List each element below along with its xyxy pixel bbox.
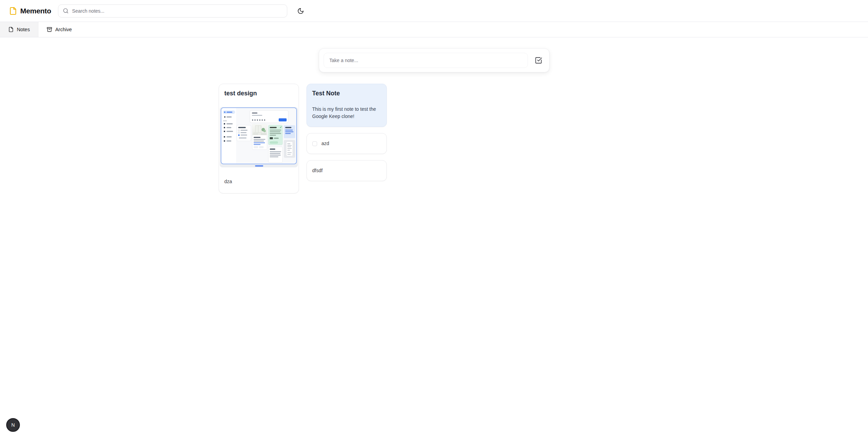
tab-archive[interactable]: Archive (38, 22, 80, 37)
note-body: dza (219, 167, 299, 193)
note-card-azd[interactable]: azd (306, 133, 387, 154)
search-bar[interactable] (58, 4, 287, 17)
tab-notes[interactable]: Notes (0, 22, 38, 37)
notes-main: test design (0, 48, 868, 193)
app-title: Memento (20, 7, 51, 15)
note-image-thumbnail (220, 107, 298, 167)
checkbox-unchecked[interactable] (312, 141, 317, 146)
app-logo: Memento (9, 7, 51, 15)
check-square-icon (535, 57, 542, 64)
search-icon (63, 8, 69, 14)
notes-column-1: test design (219, 84, 299, 193)
checklist-item: azd (312, 140, 329, 147)
note-composer[interactable] (319, 48, 549, 72)
app-header: Memento (0, 0, 868, 22)
note-file-logo-icon (9, 7, 17, 15)
notes-column-2: Test Note This is my first note to test … (306, 84, 387, 181)
tab-archive-label: Archive (55, 27, 72, 32)
theme-toggle-button[interactable] (294, 5, 307, 17)
note-title: test design (219, 84, 299, 97)
note-card-dfsdf[interactable]: dfsdf (306, 160, 387, 181)
note-title: Test Note (312, 89, 381, 97)
file-icon (8, 27, 14, 32)
note-body: dfsdf (312, 167, 323, 174)
user-avatar[interactable]: N (6, 418, 20, 432)
note-body: This is my first note to test the Google… (312, 106, 381, 120)
search-input[interactable] (72, 8, 282, 14)
archive-icon (47, 27, 52, 32)
memento-app: Memento Notes Archive (0, 0, 868, 193)
note-card-test-note[interactable]: Test Note This is my first note to test … (306, 84, 387, 127)
new-checklist-button[interactable] (532, 54, 545, 67)
checklist-item-label: azd (322, 140, 329, 147)
take-note-input[interactable] (324, 53, 528, 68)
notes-grid: test design (219, 84, 650, 193)
tab-notes-label: Notes (17, 27, 30, 32)
moon-icon (297, 8, 304, 14)
avatar-initial: N (11, 422, 15, 428)
note-card-test-design[interactable]: test design (219, 84, 299, 193)
tab-bar: Notes Archive (0, 22, 868, 37)
